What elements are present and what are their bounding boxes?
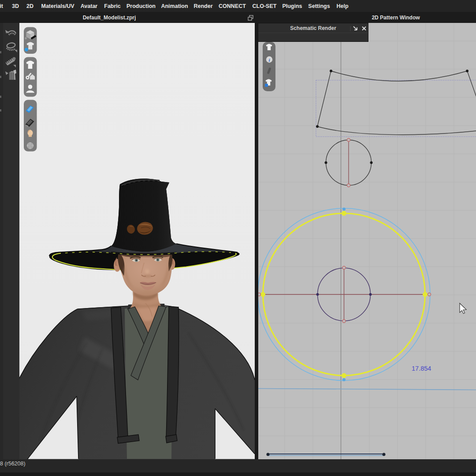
svg-text:17.854: 17.854 bbox=[412, 365, 431, 372]
